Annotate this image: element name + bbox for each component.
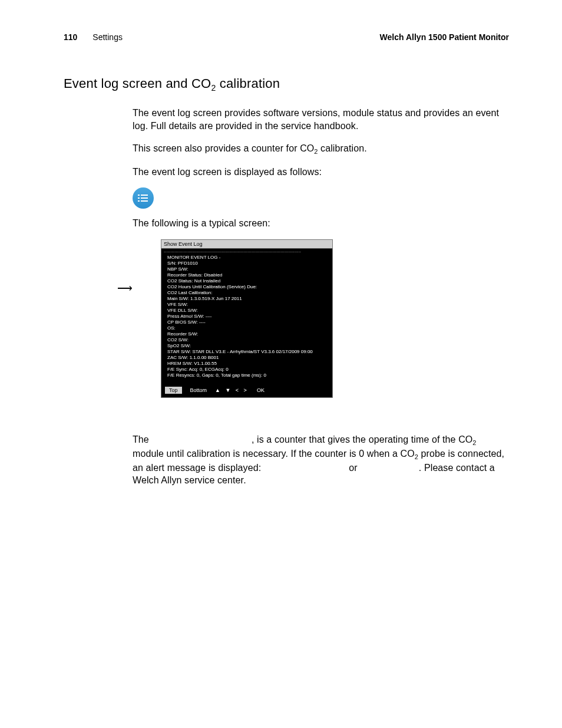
monitor-line: CO2 S/W: [167, 337, 329, 343]
monitor-line: Main S/W: 1.3.0.519-X Jun 17 2011 [167, 296, 329, 302]
monitor-divider: ----------------------------------------… [161, 249, 332, 253]
arrow-icon: ⟶ [117, 282, 131, 295]
svg-rect-4 [138, 200, 140, 202]
svg-rect-3 [141, 197, 148, 199]
paragraph-2: This screen also provides a counter for … [133, 142, 509, 156]
monitor-line: VFE DLL S/W: [167, 308, 329, 314]
eventlog-screenshot: ⟶ Show Event Log -----------------------… [133, 239, 509, 398]
monitor-line: SpO2 S/W: [167, 343, 329, 349]
monitor-line: ZAC S/W: 1.1.0.00 B001 [167, 355, 329, 361]
nav-arrows[interactable]: ▲ ▼ < > [215, 387, 249, 393]
p5-a: The [133, 434, 151, 444]
header: 110 Settings Welch Allyn 1500 Patient Mo… [64, 32, 509, 42]
title-pre: Event log screen and CO [64, 76, 211, 91]
page-title: Event log screen and CO2 calibration [64, 76, 509, 93]
bottom-button[interactable]: Bottom [190, 387, 207, 393]
svg-rect-0 [138, 195, 140, 196]
monitor-line: CO2 Status: Not Installed [167, 278, 329, 284]
monitor-line: F/E Resyncs: 0, Gaps: 0, Total gap time … [167, 373, 329, 378]
section-label: Settings [92, 32, 123, 42]
monitor-line: STAR S/W: STAR DLL V3.E - Arrhythmia/ST … [167, 349, 329, 355]
monitor-window: Show Event Log -------------------------… [161, 239, 333, 398]
monitor-line: MONITOR EVENT LOG - [167, 255, 329, 261]
monitor-line: VFE S/W: [167, 302, 329, 308]
monitor-line: S/N: PFD1010 [167, 261, 329, 266]
paragraph-5: The , is a counter that gives the operat… [133, 433, 509, 487]
monitor-line: Recorder Status: Disabled [167, 272, 329, 278]
monitor-line: NBP S/W: [167, 266, 329, 272]
eventlog-icon-row [133, 187, 509, 209]
monitor-line: Press Atmo! S/W: ---- [167, 314, 329, 319]
title-post: calibration [216, 76, 280, 91]
paragraph-1: The event log screen provides software v… [133, 107, 509, 132]
p2-pre: This screen also provides a counter for … [133, 143, 314, 153]
p5-e: or [349, 463, 360, 473]
monitor-line: CP BIOS S/W: ---- [167, 319, 329, 325]
monitor-title: Show Event Log [161, 240, 332, 249]
paragraph-4: The following is a typical screen: [133, 217, 509, 230]
monitor-line: HREM S/W: V1.1.00.55 [167, 361, 329, 367]
p5-b-sub: 2 [472, 439, 476, 446]
ok-button[interactable]: OK [257, 387, 265, 393]
svg-rect-5 [141, 200, 148, 202]
product-name: Welch Allyn 1500 Patient Monitor [380, 32, 509, 42]
p5-c: module until calibration is necessary. I… [133, 449, 415, 459]
monitor-body: MONITOR EVENT LOG -S/N: PFD1010NBP S/W:R… [161, 253, 332, 384]
monitor-line: Recorder S/W: [167, 331, 329, 337]
list-icon [133, 187, 154, 209]
paragraph-3: The event log screen is displayed as fol… [133, 166, 509, 179]
svg-rect-1 [141, 195, 148, 196]
page-number: 110 [64, 32, 77, 42]
p2-post: calibration. [318, 143, 367, 153]
top-button[interactable]: Top [165, 387, 182, 394]
monitor-line: CO2 Last Calibration: [167, 290, 329, 296]
monitor-line: CO2 Hours Until Calibration (Service) Du… [167, 284, 329, 290]
svg-rect-2 [138, 197, 140, 199]
monitor-line: OS: [167, 325, 329, 331]
monitor-footer: Top Bottom ▲ ▼ < > OK [161, 384, 332, 397]
p5-b: , is a counter that gives the operating … [252, 434, 472, 444]
monitor-line: F/E Sync: Acq: 0, ECGAcq: 0 [167, 367, 329, 373]
